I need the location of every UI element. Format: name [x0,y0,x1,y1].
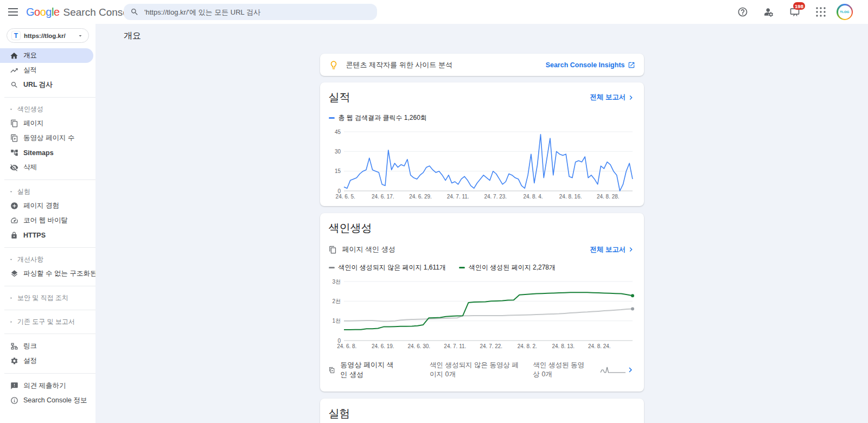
sidebar-item-about[interactable]: Search Console 정보 [0,393,95,408]
sidebar-divider [4,247,95,248]
expand-triangle-icon [7,257,15,262]
collapsed-triangle-icon [7,296,15,300]
sidebar-section-enhancements[interactable]: 개선사항 [0,253,95,266]
links-tree-icon [10,342,18,351]
main-content: 개요 콘텐츠 제작자를 위한 사이트 분석 Search Console Ins… [95,24,868,423]
svg-text:15: 15 [334,168,341,174]
menu-button[interactable] [2,1,24,23]
sidebar-divider [4,180,95,180]
not-indexed-legend: 색인이 생성되지 않은 페이지 1,611개 [329,263,446,272]
sidebar-item-url-inspection[interactable]: URL 검사 [0,78,95,92]
feedback-icon [10,382,18,390]
clicks-legend: 총 웹 검색결과 클릭수 1,260회 [329,113,427,123]
video-pages-icon [329,366,335,374]
info-icon [10,396,18,405]
indexing-full-report-link[interactable]: 전체 보고서 [590,245,635,254]
svg-text:30: 30 [334,149,341,155]
video-row-chevron[interactable] [626,365,635,375]
sidebar-section-legacy-tools[interactable]: 기존 도구 및 보고서 [0,315,95,329]
legend-dash [329,117,335,119]
svg-text:45: 45 [334,129,341,135]
layers-icon [10,270,18,278]
account-avatar[interactable]: TLOG [837,4,853,20]
manage-accounts-icon [763,7,774,17]
lock-icon [10,231,18,240]
indexed-legend: 색인이 생성된 페이지 2,278개 [459,263,556,272]
sidebar-item-https[interactable]: HTTPS [0,228,95,242]
user-settings-button[interactable] [758,2,779,22]
notifications-button[interactable]: 198 [784,2,805,22]
svg-text:24. 6. 17.: 24. 6. 17. [371,194,394,200]
external-link-icon [628,61,635,69]
add-circle-icon [10,202,18,210]
performance-card-title: 실적 [329,90,350,105]
page-indexing-label: 페이지 색인 생성 [342,245,395,254]
svg-text:24. 7. 22.: 24. 7. 22. [480,343,502,349]
sidebar: T https://tlog.kr/ 개요 실적 URL 검사 색인생성 페이지… [0,24,95,423]
insights-link[interactable]: Search Console Insights [546,61,635,69]
sidebar-item-page-experience[interactable]: 페이지 경험 [0,198,95,213]
indexing-card: 색인생성 페이지 색인 생성 전체 보고서 색인이 생성되지 않은 페이지 1,… [320,213,644,392]
svg-text:24. 6. 29.: 24. 6. 29. [409,194,432,200]
help-icon [737,7,748,17]
apps-grid-icon [816,7,826,17]
video-indexing-row[interactable]: 동영상 페이지 색인 생성 색인 생성되지 않은 동영상 페이지 0개 색인 생… [329,354,635,387]
sidebar-item-pages[interactable]: 페이지 [0,116,95,131]
avatar-label: TLOG [838,5,852,19]
expand-triangle-icon [7,107,15,112]
indexing-card-title: 색인생성 [329,221,372,235]
svg-text:24. 6. 8.: 24. 6. 8. [337,343,356,349]
svg-text:24. 8. 24.: 24. 8. 24. [588,343,610,349]
url-inspect-searchbar[interactable] [124,4,377,20]
search-input[interactable] [144,8,371,16]
performance-full-report-link[interactable]: 전체 보고서 [590,93,635,102]
svg-text:24. 6. 5.: 24. 6. 5. [335,194,355,200]
svg-text:24. 6. 30.: 24. 6. 30. [407,343,430,349]
chevron-right-icon [627,93,635,102]
chevron-right-icon [626,365,635,375]
svg-text:2천: 2천 [332,298,341,304]
speed-gauge-icon [10,216,18,225]
video-pages-icon [10,134,18,143]
svg-text:24. 7. 23.: 24. 7. 23. [484,194,507,200]
banner-text: 콘텐츠 제작자를 위한 사이트 분석 [346,60,452,70]
property-favicon: T [12,31,20,40]
search-icon [10,81,18,89]
caret-down-icon [77,33,84,39]
gear-icon [10,357,18,366]
video-indexing-sparkline [601,366,626,374]
google-apps-button[interactable] [810,2,831,22]
svg-text:1천: 1천 [332,318,341,324]
sidebar-section-security[interactable]: 보안 및 직접 조치 [0,291,95,305]
svg-text:24. 8. 2.: 24. 8. 2. [517,343,537,349]
sidebar-item-unparsable-structured-data[interactable]: 파싱할 수 없는 구조화된 ... [0,266,95,281]
svg-text:0: 0 [337,188,341,194]
sidebar-section-indexing[interactable]: 색인생성 [0,102,95,116]
sidebar-item-settings[interactable]: 설정 [0,354,95,368]
sidebar-item-feedback[interactable]: 의견 제출하기 [0,379,95,393]
pages-icon [10,119,18,128]
sitemap-icon [10,149,18,157]
help-button[interactable] [732,2,753,22]
video-indexing-label: 동영상 페이지 색인 생성 [340,360,400,380]
svg-text:24. 7. 11.: 24. 7. 11. [444,343,466,349]
property-label: https://tlog.kr/ [24,33,77,39]
property-selector[interactable]: T https://tlog.kr/ [7,28,89,43]
sidebar-item-removals[interactable]: 삭제 [0,160,95,175]
google-logo: Google [26,6,60,18]
svg-text:24. 8. 28.: 24. 8. 28. [596,194,619,200]
sidebar-item-video-pages[interactable]: 동영상 페이지 수 [0,131,95,145]
indexing-chart: 01천2천3천24. 6. 8.24. 6. 19.24. 6. 30.24. … [329,277,635,351]
sidebar-item-overview[interactable]: 개요 [0,48,93,63]
sidebar-divider [4,310,95,310]
sidebar-item-links[interactable]: 링크 [0,339,95,354]
sidebar-divider [4,334,95,334]
sidebar-item-core-web-vitals[interactable]: 코어 웹 바이탈 [0,213,95,228]
sidebar-item-sitemaps[interactable]: Sitemaps [0,145,95,160]
sidebar-item-performance[interactable]: 실적 [0,63,95,78]
experiments-card-title: 실험 [329,407,350,419]
hamburger-icon [8,8,18,16]
legend-dash [459,267,465,268]
insights-banner: 콘텐츠 제작자를 위한 사이트 분석 Search Console Insigh… [320,54,644,76]
sidebar-section-experience[interactable]: 실험 [0,185,95,198]
